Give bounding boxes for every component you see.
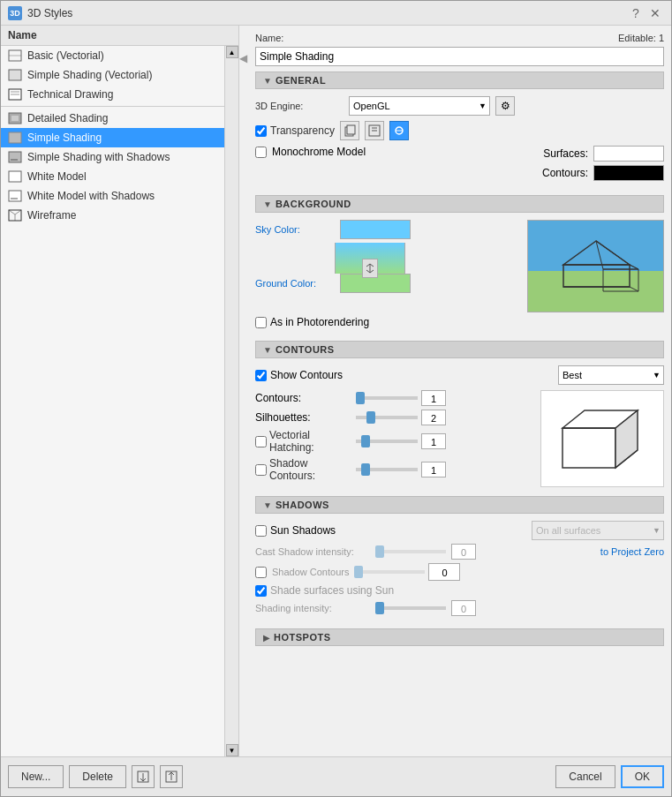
list-item-white-model-shadows[interactable]: White Model with Shadows <box>1 186 224 206</box>
shadow-contours-value: 1 <box>421 462 446 477</box>
sky-color-row: Sky Color: <box>255 220 520 239</box>
ok-button[interactable]: OK <box>621 765 664 788</box>
contours-color-box[interactable] <box>593 165 664 181</box>
import-button[interactable] <box>132 765 155 788</box>
cast-shadow-slider[interactable] <box>375 550 446 553</box>
shading-intensity-slider[interactable] <box>375 606 446 610</box>
vectorial-checkbox[interactable] <box>255 436 267 447</box>
list-item-white-model[interactable]: White Model <box>1 167 224 186</box>
gear-button[interactable]: ⚙ <box>495 96 515 116</box>
list-item-label: White Model <box>27 170 87 183</box>
svg-rect-13 <box>11 198 18 199</box>
name-row: Name: Editable: 1 <box>255 33 664 43</box>
background-section-content: Sky Color: Ground Co <box>255 216 664 335</box>
contours-section-title: CONTOURS <box>276 344 335 355</box>
shadow-contours-slider[interactable] <box>356 468 418 471</box>
list-item-simple-shading[interactable]: Simple Shading <box>1 128 224 147</box>
contours-preview-svg <box>549 397 655 481</box>
shade-surfaces-checkbox[interactable] <box>255 585 267 597</box>
shadow-contours-checkbox[interactable] <box>255 464 267 476</box>
svg-rect-19 <box>347 125 355 134</box>
list-item-simple-shading-vectorial[interactable]: Simple Shading (Vectorial) <box>1 65 224 85</box>
style-icon <box>8 49 22 63</box>
quality-select[interactable]: Best Fast Medium <box>558 365 664 385</box>
bottom-bar: New... Delete Cancel OK <box>1 756 671 796</box>
general-section-header[interactable]: ▼ GENERAL <box>255 71 664 89</box>
list-item-label: Simple Shading with Shadows <box>27 151 170 163</box>
shadows-section-header[interactable]: ▼ SHADOWS <box>255 496 664 514</box>
bg-preview-house <box>546 234 647 296</box>
contours-section-header[interactable]: ▼ CONTOURS <box>255 341 664 358</box>
list-item-simple-shading-shadows[interactable]: Simple Shading with Shadows <box>1 147 224 167</box>
vectorial-text: Vectorial Hatching: <box>269 429 352 454</box>
hotspots-section-header[interactable]: ▶ HOTSPOTS <box>255 628 664 646</box>
scroll-down-btn[interactable]: ▼ <box>226 744 238 756</box>
cancel-button[interactable]: Cancel <box>555 765 615 788</box>
list-item-label: Wireframe <box>27 209 76 222</box>
list-item-detailed-shading[interactable]: Detailed Shading <box>1 109 224 128</box>
shadow-contours-shadows-slider[interactable] <box>354 570 425 574</box>
transparency-btn-2[interactable] <box>365 121 384 140</box>
shading-intensity-row: Shading intensity: 0 <box>255 600 664 616</box>
vectorial-slider-row: Vectorial Hatching: 1 <box>255 429 533 454</box>
svg-rect-11 <box>9 171 21 182</box>
help-button[interactable]: ? <box>627 4 645 22</box>
transparency-checkbox[interactable] <box>255 125 267 137</box>
general-arrow: ▼ <box>263 76 272 86</box>
show-contours-checkbox[interactable] <box>255 370 267 381</box>
contours-slider[interactable] <box>356 396 418 400</box>
svg-line-16 <box>15 210 21 214</box>
sun-shadows-checkbox[interactable] <box>255 525 267 537</box>
show-contours-row: Show Contours Best Fast Medium <box>255 365 664 385</box>
shadow-contours-slider-area: 0 <box>354 563 664 581</box>
title-bar-left: 3D 3D Styles <box>8 6 72 20</box>
as-photo-label: As in Photorendering <box>270 316 369 328</box>
silhouettes-slider[interactable] <box>356 416 418 419</box>
vectorial-slider[interactable] <box>356 440 418 443</box>
bottom-right: Cancel OK <box>555 765 664 788</box>
scroll-up-btn[interactable]: ▲ <box>226 46 238 58</box>
swap-btn[interactable] <box>362 259 378 278</box>
sky-color-swatch[interactable] <box>340 220 411 239</box>
style-icon <box>8 189 22 203</box>
engine-select[interactable]: OpenGL <box>349 96 490 116</box>
background-section-header[interactable]: ▼ BACKGROUND <box>255 195 664 213</box>
background-preview <box>527 220 664 312</box>
title-bar-buttons: ? ✕ <box>627 4 664 22</box>
as-photo-checkbox[interactable] <box>255 317 267 328</box>
svg-rect-8 <box>9 132 21 143</box>
list-item-basic-vectorial[interactable]: Basic (Vectorial) <box>1 46 224 65</box>
transparency-btn-1[interactable] <box>340 121 359 140</box>
cast-shadow-row: Cast Shadow intensity: 0 to Project Zero <box>255 544 664 560</box>
transparency-btn-3[interactable] <box>389 121 409 140</box>
list-item-label: Simple Shading (Vectorial) <box>27 69 152 81</box>
export-button[interactable] <box>160 765 183 788</box>
hotspots-arrow: ▶ <box>263 633 270 643</box>
close-button[interactable]: ✕ <box>646 4 664 22</box>
style-icon <box>8 131 22 145</box>
contours-area: Contours: 1 Silhouettes: 2 <box>255 390 664 487</box>
name-input[interactable] <box>255 47 664 66</box>
transparency-text: Transparency <box>270 124 335 137</box>
delete-button[interactable]: Delete <box>69 765 126 788</box>
sun-shadows-select[interactable]: On all surfaces <box>532 521 664 540</box>
background-content: Sky Color: Ground Co <box>255 220 664 312</box>
scrollbar-vertical[interactable]: ▲ ▼ <box>224 46 238 756</box>
silhouettes-value: 2 <box>421 410 446 425</box>
svg-rect-10 <box>11 159 18 161</box>
transparency-label[interactable]: Transparency <box>255 124 335 137</box>
list-item-technical-drawing[interactable]: Technical Drawing <box>1 85 224 104</box>
style-icon <box>8 150 22 164</box>
monochrome-checkbox[interactable] <box>255 147 267 158</box>
style-icon <box>8 208 22 222</box>
shadow-contours-shadows-checkbox[interactable] <box>255 567 267 578</box>
list-item-wireframe[interactable]: Wireframe <box>1 206 224 225</box>
svg-line-29 <box>630 265 638 269</box>
new-button[interactable]: New... <box>8 765 64 788</box>
left-panel-header: Name <box>1 26 238 46</box>
swap-icon <box>365 263 375 274</box>
engine-label: 3D Engine: <box>255 101 344 111</box>
left-panel: Name Basic (Vectorial) Simple Shading (V… <box>1 26 239 756</box>
show-contours-label: Show Contours <box>270 369 343 381</box>
surfaces-color-box[interactable] <box>593 146 664 162</box>
